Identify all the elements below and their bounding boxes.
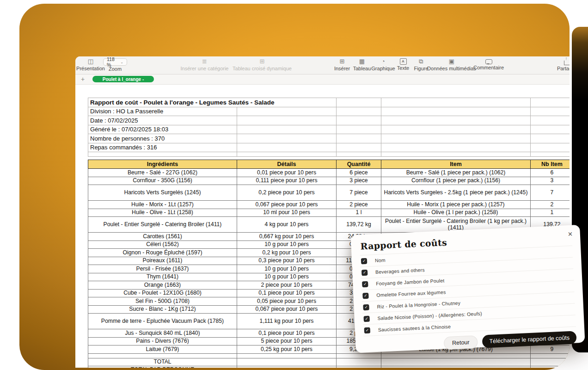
cell[interactable] [337,107,381,116]
cell[interactable]: Orange (1663) [88,281,237,290]
cell[interactable] [237,134,337,143]
info-cell[interactable]: Division : HO La Passerelle [88,107,237,116]
cell[interactable] [337,152,381,157]
toolbar-share-button[interactable]: Partager [556,58,570,71]
cell[interactable] [531,98,570,107]
cell[interactable]: 139,72 kg [337,217,381,233]
cell[interactable]: 0,067 piece pour 10 pers [237,305,337,314]
cell[interactable] [237,353,337,358]
cell[interactable] [531,358,570,366]
cell[interactable] [381,125,531,134]
cell[interactable]: 10 g pour 10 pers [237,273,337,281]
cell[interactable]: 0,667 kg pour 10 pers [237,233,337,241]
cell[interactable]: 7 piece [337,185,381,201]
cell[interactable] [337,143,381,152]
cell[interactable] [381,107,531,116]
checkbox-checked-icon[interactable]: ✓ [361,258,368,264]
cell[interactable]: 3 piece [337,177,381,185]
cell[interactable] [237,116,337,125]
cell[interactable] [381,152,531,157]
cell[interactable]: Sel Fin - 500G (1708) [88,297,237,306]
cell[interactable]: Huile - Morix - 1Lt (1257) [88,201,237,209]
cell[interactable] [88,152,237,157]
info-cell[interactable]: Généré le : 07/02/2025 18:03 [88,125,237,134]
total-label-cell[interactable]: TOTAL [88,358,237,366]
cell[interactable] [381,116,531,125]
cell[interactable]: 0,3 piece pour 10 pers [237,257,337,265]
cell[interactable] [531,353,570,358]
cell[interactable]: Beurre - Salé - 227G (1062) [88,169,237,177]
cell[interactable]: 0,1 piece pour 10 pers [237,289,337,297]
cell[interactable]: 5 piece pour 10 pers [237,337,337,345]
cell[interactable]: Pains - Divers (7676) [88,337,237,345]
toolbar-text-button[interactable]: ATexte [394,58,412,71]
cell[interactable] [531,134,570,143]
checkbox-checked-icon[interactable]: ✓ [362,292,369,299]
cell[interactable]: Cornflour (1 piece per pack.) (1156) [381,177,531,185]
cell[interactable] [531,143,570,152]
info-cell[interactable]: Repas commandés : 316 [88,143,237,152]
checkbox-checked-icon[interactable]: ✓ [362,281,368,287]
cell[interactable] [381,353,531,358]
cell[interactable] [381,366,531,368]
cell[interactable] [237,152,337,157]
cell[interactable]: 10 g pour 10 pers [237,240,337,249]
cell[interactable]: 10 ml pour 10 pers [237,209,337,217]
checkbox-checked-icon[interactable]: ✓ [363,304,369,310]
info-cell[interactable]: Nombre de personnes : 370 [88,134,237,143]
toolbar-presentation-button[interactable]: ◫Présentation [76,58,105,71]
cell[interactable]: Céleri (1562) [88,240,237,249]
cell[interactable]: Persil - Frisée (1637) [88,265,237,273]
cell[interactable]: 0,1 piece pour 10 pers [237,329,337,338]
cell[interactable]: 0,2 kg pour 10 pers [237,249,337,257]
cell[interactable]: Jus - Sunquick 840 mL (1840) [88,329,237,338]
cell[interactable]: 9 [531,345,570,354]
cell[interactable]: Carottes (1561) [88,233,237,241]
cell[interactable]: 0,067 piece pour 10 pers [237,201,337,209]
total-label-cell[interactable]: TOTAL PAR PERSONNE [88,366,237,368]
cell[interactable]: 0,25 kg pour 10 pers [237,345,337,354]
cell[interactable]: 0,2 piece pour 10 pers [237,185,337,201]
toolbar-comment-button[interactable]: Commentaire [473,58,504,70]
cell[interactable]: Haricots Verts Surgeles - 2.5kg (1 piece… [381,185,531,201]
column-header[interactable]: Ingrédients [88,160,237,169]
cell[interactable]: 3 [531,177,570,185]
cell[interactable]: Cornflour - 350G (1156) [88,177,237,185]
checkbox-checked-icon[interactable]: ✓ [363,315,370,322]
sheet-tab-active[interactable]: Poulet à l_orange - [92,76,154,82]
cell[interactable]: Thym (1641) [88,273,237,281]
cell[interactable] [337,98,381,107]
zoom-level-button[interactable]: 118 %⌄ [103,58,127,66]
back-button[interactable]: Retour [443,335,478,350]
info-cell[interactable]: Date : 07/02/2025 [88,116,237,125]
cell[interactable] [337,353,381,358]
column-header[interactable]: Item [381,160,531,169]
toolbar-table-button[interactable]: ▦Tableau [352,58,372,71]
cell[interactable] [531,152,570,157]
cell[interactable]: 6 [531,169,570,177]
cell[interactable]: 2 [531,201,570,209]
column-header[interactable]: Détails [237,160,337,169]
cell[interactable]: Haricots Verts Surgelés (1245) [88,185,237,201]
cell[interactable]: 0,05 piece pour 10 pers [237,297,337,306]
cell[interactable] [531,125,570,134]
toolbar-insert-button[interactable]: ⊞Insérer [332,58,352,71]
cell[interactable]: 1,111 kg pour 10 pers [237,314,337,329]
cell[interactable] [237,366,337,368]
cell[interactable] [237,125,337,134]
cell[interactable] [337,366,381,368]
toolbar-chart-button[interactable]: ◔Graphique [372,58,394,71]
cell[interactable] [337,125,381,134]
cell[interactable]: 2 piece [337,201,381,209]
cell[interactable]: Laitue (7679) [88,345,237,354]
report-title-cell[interactable]: Rapport de coût - Poulet à l'orange - Le… [88,98,337,107]
cell[interactable] [337,358,381,366]
cell[interactable]: Poulet - Entier Surgelé - Catering Broil… [88,217,237,233]
close-icon[interactable]: ✕ [567,230,574,239]
cell[interactable]: Huile - Olive (1 l per pack.) (1258) [381,209,531,217]
column-header[interactable]: Nb Item [531,160,570,169]
cell[interactable]: 1 [531,209,570,217]
checkbox-checked-icon[interactable]: ✓ [364,327,371,333]
cell[interactable] [337,116,381,125]
add-sheet-button[interactable]: + [81,75,85,83]
